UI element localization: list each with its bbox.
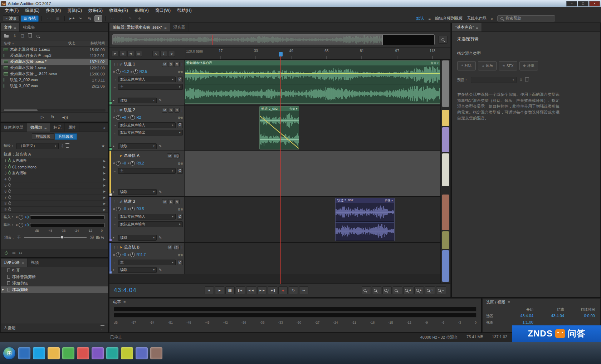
waveform-view-button[interactable]: ≈ 波形	[3, 15, 20, 22]
tab-properties[interactable]: 属性	[65, 123, 79, 132]
track-name[interactable]: 轨道 1	[124, 62, 135, 67]
taskbar-app-10[interactable]	[150, 347, 162, 359]
track-s-button[interactable]: S	[168, 108, 174, 113]
write-automation-icon[interactable]: ✎	[159, 98, 162, 102]
maximize-button[interactable]: □	[578, 1, 588, 6]
menu-effects[interactable]: 效果(S)	[85, 7, 106, 14]
razor-tool[interactable]: ✂	[77, 15, 84, 22]
chevron-right-icon[interactable]: ▶	[101, 184, 108, 187]
track-m-button[interactable]: M	[162, 108, 167, 113]
file-list-header[interactable]: 名称▲ 状态 持续时间	[1, 40, 108, 46]
zoom-in-time-button[interactable]: +	[362, 286, 371, 294]
track-s-button[interactable]: S	[168, 199, 174, 204]
zoom-to-out-point-button[interactable]: ►	[414, 286, 424, 294]
time-value[interactable]: 1:1.00	[503, 320, 533, 325]
drag-handle-icon[interactable]: ⋮⋮	[113, 200, 118, 203]
timeline-navigator[interactable]	[112, 34, 435, 45]
new-item-icon[interactable]: ❏	[21, 34, 24, 38]
start-button[interactable]: ⊞	[3, 347, 16, 360]
pan-knob[interactable]	[130, 207, 135, 211]
chevron-right-icon[interactable]: ▶	[101, 159, 108, 163]
files-horizontal-scrollbar[interactable]	[3, 109, 106, 112]
output-select[interactable]: 主▸	[118, 84, 183, 90]
trash-icon[interactable]	[29, 34, 32, 38]
navigator-zoom-icon[interactable]	[438, 36, 448, 44]
automation-mode-select[interactable]: 读取▾	[118, 235, 157, 241]
file-row[interactable]: 爱如潮水伴奏合声 .mp3113:2.01	[1, 53, 108, 59]
file-row[interactable]: 未命名混音项目 1.sesx15:00.00	[1, 46, 108, 53]
sends-toggle-icon[interactable]: ⇉	[127, 51, 134, 57]
search-files-icon[interactable]	[36, 35, 39, 38]
pan-knob[interactable]	[130, 252, 135, 257]
time-value[interactable]: 43:4.04	[503, 314, 533, 319]
workspace-radio-production[interactable]: 无线电作品	[467, 16, 487, 21]
power-icon[interactable]	[8, 196, 11, 199]
track-r-button[interactable]: R	[174, 62, 180, 67]
panel-menu-icon[interactable]: ≡	[508, 300, 510, 304]
monitor-input-icon[interactable]: ((·))	[178, 116, 183, 119]
favorite-icon[interactable]: ★	[101, 144, 105, 148]
monitor-input-icon[interactable]: ((·))	[178, 253, 183, 256]
panel-menu-icon[interactable]: ≡	[476, 25, 478, 30]
menu-multitrack[interactable]: 多轨(M)	[43, 7, 64, 14]
output-select[interactable]: 默认立体声输出▸	[118, 221, 183, 227]
volume-knob[interactable]	[116, 252, 121, 257]
taskbar-app-3[interactable]	[48, 347, 60, 359]
track-header[interactable]: ⋮⋮⇄轨道 3MSR⋮ılıl+0ılılR3.5((·))→默认立体声输入▸Ø…	[109, 197, 185, 242]
track-name[interactable]: 轨道 3	[124, 199, 135, 204]
track-lane[interactable]	[185, 243, 440, 274]
effect-slot[interactable]: 3室内混响▶	[1, 170, 108, 176]
audio-clip[interactable]: 爱如潮水伴奏合声音量 ▾	[185, 60, 440, 104]
track-lane[interactable]: 爱如潮水伴奏合声音量 ▾	[185, 60, 440, 105]
expand-icon[interactable]: ▸	[113, 268, 117, 271]
eq-toggle-icon[interactable]: ▥	[135, 51, 142, 57]
track-header[interactable]: ⋮⋮➤总音轨 BM(S)⋮ılıl+0ılılR11.7((·))←主▸Ø▸读取…	[109, 243, 185, 274]
import-file-icon[interactable]: ⇩	[13, 34, 16, 38]
chevron-right-icon[interactable]: ▶	[101, 202, 108, 205]
history-item[interactable]: 移除音频剪辑	[1, 274, 108, 280]
tab-mixer[interactable]: 混音器	[170, 23, 189, 31]
pause-button[interactable]: ▮▮	[225, 286, 235, 294]
tab-essential-sound[interactable]: “基本声音” ≡	[452, 23, 482, 31]
effect-slot[interactable]: 1人声增强▶	[1, 158, 108, 164]
tab-markers[interactable]: 标记	[50, 123, 65, 132]
clear-history-icon[interactable]	[101, 326, 104, 330]
input-select[interactable]: 默认立体声输入▸	[118, 77, 176, 82]
expand-icon[interactable]: ▸	[113, 99, 117, 102]
zoom-out-time-button[interactable]: −	[372, 286, 381, 294]
time-selection-tool[interactable]: I	[94, 15, 102, 22]
stop-button[interactable]: ■	[205, 286, 214, 294]
effect-slot[interactable]: 9▶	[1, 207, 108, 213]
panel-menu-icon[interactable]: ≡	[44, 126, 47, 130]
help-search-input[interactable]: 搜索帮助	[497, 15, 555, 21]
close-button[interactable]: ×	[589, 1, 600, 6]
track-name[interactable]: 总音轨 B	[124, 245, 139, 250]
output-select[interactable]: 主▸	[118, 260, 176, 265]
power-icon[interactable]	[8, 172, 11, 174]
write-automation-icon[interactable]: ✎	[159, 190, 162, 194]
power-icon[interactable]	[8, 184, 11, 187]
track-m-button[interactable]: M	[162, 199, 167, 204]
track-effects-button[interactable]: 音轨效果	[55, 133, 77, 140]
track-menu-icon[interactable]: ⋮	[180, 63, 183, 66]
tab-effects-rack[interactable]: 效果组 ≡	[27, 123, 50, 132]
io-toggle-icon[interactable]: ⇄	[112, 51, 118, 57]
track-name[interactable]: 轨道 2	[124, 107, 135, 113]
track-header[interactable]: ⋮⋮⇄轨道 2MSR⋮ılıl+0ılılR2((·))→默认立体声输入▸Ø←默…	[109, 105, 185, 151]
file-row[interactable]: 轨道 2_002.wav17:3.11	[1, 77, 108, 83]
expand-icon[interactable]: ▸	[113, 144, 117, 148]
time-value[interactable]: 0:0.00	[564, 314, 595, 319]
effect-slot[interactable]: 4▶	[1, 176, 108, 182]
zoom-in-amplitude-button[interactable]: +	[382, 286, 392, 294]
slip-tool[interactable]: ↹	[85, 15, 93, 22]
taskbar-app-6[interactable]	[92, 347, 104, 359]
tab-video[interactable]: 视频	[28, 259, 42, 267]
play-button[interactable]: ▷	[41, 115, 44, 119]
track-m-button[interactable]: M	[167, 153, 172, 158]
timeline-ruler[interactable]: 120.0 bpm 173349658197113	[185, 48, 440, 59]
write-automation-icon[interactable]: ✎	[159, 144, 162, 148]
fast-forward-button[interactable]: ►►	[257, 286, 267, 294]
panel-menu-icon[interactable]: ≡	[164, 25, 166, 30]
volume-knob[interactable]	[116, 115, 121, 120]
skip-to-start-button[interactable]: ▮◄	[236, 286, 245, 294]
